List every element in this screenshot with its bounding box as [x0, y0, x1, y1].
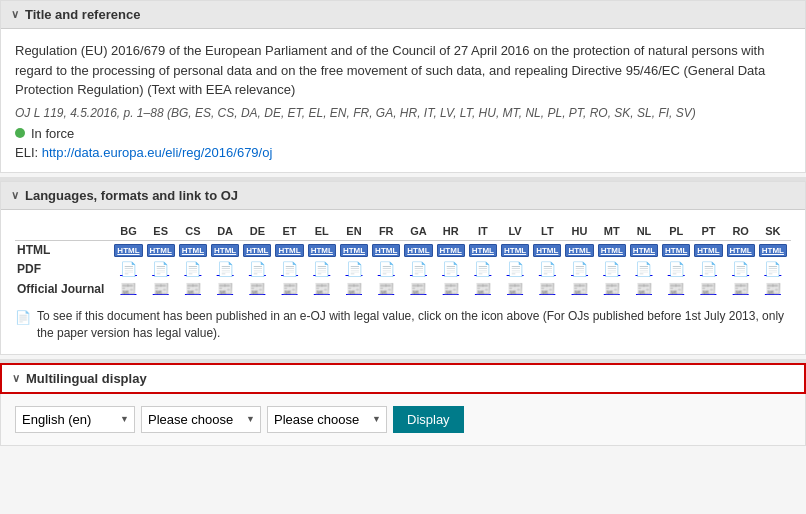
pdf-icon-hr[interactable]: 📄 — [442, 264, 459, 276]
cell-html-el[interactable]: HTML — [306, 240, 338, 259]
cell-pdf-fr[interactable]: 📄 — [370, 259, 402, 279]
html-badge-it[interactable]: HTML — [469, 244, 497, 258]
oj-icon-ga[interactable]: 📰 — [410, 283, 426, 295]
language-select[interactable]: English (en) Bulgarian (bg) Spanish (es)… — [15, 406, 135, 433]
pdf-icon-ro[interactable]: 📄 — [732, 264, 749, 276]
oj-icon-de[interactable]: 📰 — [249, 283, 265, 295]
cell-pdf-hu[interactable]: 📄 — [563, 259, 595, 279]
cell-pdf-lt[interactable]: 📄 — [531, 259, 563, 279]
cell-official journal-hr[interactable]: 📰 — [435, 279, 467, 298]
cell-pdf-ro[interactable]: 📄 — [725, 259, 757, 279]
oj-icon-el[interactable]: 📰 — [314, 283, 330, 295]
cell-official journal-hu[interactable]: 📰 — [563, 279, 595, 298]
pdf-icon-pt[interactable]: 📄 — [700, 264, 717, 276]
cell-html-de[interactable]: HTML — [241, 240, 273, 259]
cell-html-it[interactable]: HTML — [467, 240, 499, 259]
oj-icon-es[interactable]: 📰 — [153, 283, 169, 295]
title-reference-header[interactable]: ∨ Title and reference — [1, 1, 805, 29]
pdf-icon-fr[interactable]: 📄 — [378, 264, 395, 276]
pdf-icon-it[interactable]: 📄 — [474, 264, 491, 276]
oj-icon-nl[interactable]: 📰 — [636, 283, 652, 295]
html-badge-pt[interactable]: HTML — [694, 244, 722, 258]
oj-icon-lv[interactable]: 📰 — [507, 283, 523, 295]
cell-official journal-es[interactable]: 📰 — [145, 279, 177, 298]
cell-pdf-da[interactable]: 📄 — [209, 259, 241, 279]
eli-link[interactable]: http://data.europa.eu/eli/reg/2016/679/o… — [42, 145, 273, 160]
html-badge-nl[interactable]: HTML — [630, 244, 658, 258]
pdf-icon-es[interactable]: 📄 — [152, 264, 169, 276]
pdf-icon-de[interactable]: 📄 — [249, 264, 266, 276]
cell-pdf-el[interactable]: 📄 — [306, 259, 338, 279]
html-badge-fr[interactable]: HTML — [372, 244, 400, 258]
cell-pdf-ga[interactable]: 📄 — [402, 259, 434, 279]
cell-official journal-sl[interactable]: 📰 — [789, 279, 791, 298]
cell-official journal-lv[interactable]: 📰 — [499, 279, 531, 298]
cell-pdf-pt[interactable]: 📄 — [692, 259, 724, 279]
cell-official journal-da[interactable]: 📰 — [209, 279, 241, 298]
pdf-icon-sk[interactable]: 📄 — [764, 264, 781, 276]
cell-pdf-sl[interactable]: 📄 — [789, 259, 791, 279]
cell-official journal-sk[interactable]: 📰 — [757, 279, 789, 298]
cell-html-lt[interactable]: HTML — [531, 240, 563, 259]
cell-official journal-mt[interactable]: 📰 — [596, 279, 628, 298]
cell-html-mt[interactable]: HTML — [596, 240, 628, 259]
cell-pdf-nl[interactable]: 📄 — [628, 259, 660, 279]
html-badge-hr[interactable]: HTML — [437, 244, 465, 258]
pdf-icon-en[interactable]: 📄 — [346, 264, 363, 276]
cell-official journal-pl[interactable]: 📰 — [660, 279, 692, 298]
html-badge-ro[interactable]: HTML — [727, 244, 755, 258]
oj-icon-pl[interactable]: 📰 — [668, 283, 684, 295]
cell-html-fr[interactable]: HTML — [370, 240, 402, 259]
cell-html-nl[interactable]: HTML — [628, 240, 660, 259]
please-choose-2-select[interactable]: Please choose — [267, 406, 387, 433]
pdf-icon-cs[interactable]: 📄 — [184, 264, 201, 276]
cell-html-ro[interactable]: HTML — [725, 240, 757, 259]
html-badge-en[interactable]: HTML — [340, 244, 368, 258]
cell-official journal-nl[interactable]: 📰 — [628, 279, 660, 298]
please-choose-1-select[interactable]: Please choose — [141, 406, 261, 433]
html-badge-mt[interactable]: HTML — [598, 244, 626, 258]
cell-official journal-el[interactable]: 📰 — [306, 279, 338, 298]
cell-pdf-sk[interactable]: 📄 — [757, 259, 789, 279]
cell-html-pl[interactable]: HTML — [660, 240, 692, 259]
pdf-icon-nl[interactable]: 📄 — [635, 264, 652, 276]
html-badge-hu[interactable]: HTML — [565, 244, 593, 258]
pdf-icon-pl[interactable]: 📄 — [668, 264, 685, 276]
cell-pdf-bg[interactable]: 📄 — [112, 259, 144, 279]
cell-official journal-ro[interactable]: 📰 — [725, 279, 757, 298]
cell-pdf-it[interactable]: 📄 — [467, 259, 499, 279]
oj-icon-fr[interactable]: 📰 — [378, 283, 394, 295]
cell-pdf-es[interactable]: 📄 — [145, 259, 177, 279]
pdf-icon-et[interactable]: 📄 — [281, 264, 298, 276]
display-button[interactable]: Display — [393, 406, 464, 433]
cell-html-bg[interactable]: HTML — [112, 240, 144, 259]
cell-official journal-pt[interactable]: 📰 — [692, 279, 724, 298]
cell-html-sl[interactable]: HTML — [789, 240, 791, 259]
html-badge-pl[interactable]: HTML — [662, 244, 690, 258]
html-badge-cs[interactable]: HTML — [179, 244, 207, 258]
cell-pdf-et[interactable]: 📄 — [273, 259, 305, 279]
cell-official journal-bg[interactable]: 📰 — [112, 279, 144, 298]
languages-header[interactable]: ∨ Languages, formats and link to OJ — [1, 182, 805, 210]
cell-official journal-ga[interactable]: 📰 — [402, 279, 434, 298]
oj-icon-hr[interactable]: 📰 — [443, 283, 459, 295]
oj-icon-sk[interactable]: 📰 — [765, 283, 781, 295]
pdf-icon-lt[interactable]: 📄 — [539, 264, 556, 276]
cell-official journal-cs[interactable]: 📰 — [177, 279, 209, 298]
html-badge-da[interactable]: HTML — [211, 244, 239, 258]
html-badge-es[interactable]: HTML — [147, 244, 175, 258]
html-badge-ga[interactable]: HTML — [404, 244, 432, 258]
html-badge-sk[interactable]: HTML — [759, 244, 787, 258]
oj-icon-da[interactable]: 📰 — [217, 283, 233, 295]
oj-icon-it[interactable]: 📰 — [475, 283, 491, 295]
cell-html-sk[interactable]: HTML — [757, 240, 789, 259]
html-badge-bg[interactable]: HTML — [114, 244, 142, 258]
html-badge-lv[interactable]: HTML — [501, 244, 529, 258]
cell-official journal-lt[interactable]: 📰 — [531, 279, 563, 298]
oj-icon-cs[interactable]: 📰 — [185, 283, 201, 295]
pdf-icon-mt[interactable]: 📄 — [603, 264, 620, 276]
html-badge-el[interactable]: HTML — [308, 244, 336, 258]
cell-html-et[interactable]: HTML — [273, 240, 305, 259]
multilingual-header[interactable]: ∨ Multilingual display — [0, 363, 806, 394]
cell-official journal-et[interactable]: 📰 — [273, 279, 305, 298]
